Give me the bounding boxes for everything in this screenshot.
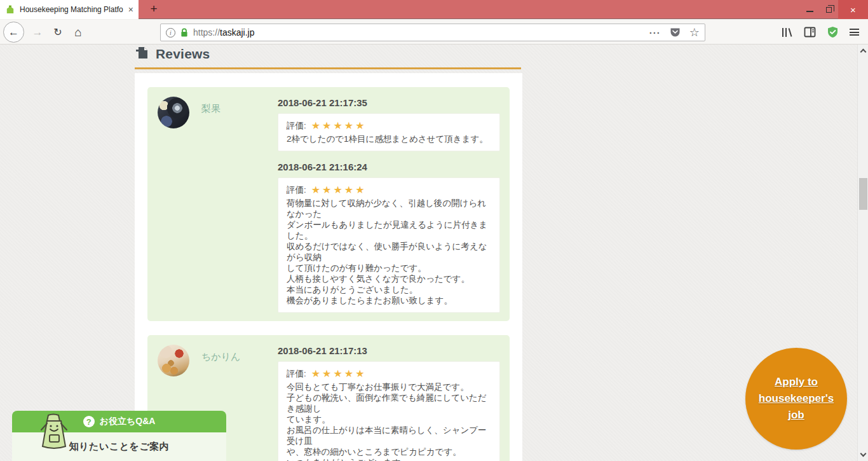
url-protocol: https:// [193, 27, 220, 38]
review-entry: 評価: ★★★★★ 2枠でしたので1枠目に感想まとめさせて頂きます。 [278, 113, 500, 151]
review-date: 2018-06-21 21:16:24 [278, 161, 500, 174]
reviewer-name[interactable]: 梨果 [201, 103, 220, 115]
vertical-scrollbar[interactable] [857, 45, 868, 461]
page-content: Reviews 梨果 2018-06-21 21:17:35 評価: ★★★★★… [0, 45, 868, 461]
toolbar-icons [781, 20, 859, 45]
review-text: 2枠でしたので1枠目に感想まとめさせて頂きます。 [287, 134, 491, 144]
rating-label: 評価: [287, 120, 306, 132]
qa-subtitle: 知りたいことをご案内 [69, 441, 169, 453]
forward-button[interactable]: → [28, 20, 47, 45]
reviewer-name[interactable]: ちかりん [201, 351, 240, 363]
review-text: 荷物量に対して収納が少なく、引越し後の開けられなかった ダンボールもありましたが… [287, 198, 491, 306]
protection-shield-icon[interactable] [827, 26, 839, 38]
reviews-heading-row: Reviews [135, 46, 210, 62]
page-info-icon[interactable]: i [166, 28, 175, 38]
close-window-button[interactable]: × [838, 0, 868, 19]
menu-hamburger-icon[interactable] [850, 27, 859, 38]
apply-button-label: Apply to housekeeper's job [759, 374, 834, 423]
review-date: 2018-06-21 21:17:35 [278, 97, 500, 109]
scroll-up-icon[interactable] [860, 49, 867, 55]
apron-mascot-icon [33, 413, 75, 451]
reviewer-avatar[interactable] [158, 345, 189, 376]
secure-lock-icon[interactable] [180, 28, 189, 38]
scroll-down-icon[interactable] [860, 451, 867, 457]
tab-title: Housekeeping Matching Platfo [20, 5, 124, 14]
site-favicon-icon [5, 4, 15, 15]
url-host: taskaji.jp [220, 27, 254, 38]
page-title: Reviews [156, 46, 210, 62]
qa-helper-widget[interactable]: ? お役立ちQ&A 知りたいことをご案内 [12, 411, 226, 461]
reviews-container: 梨果 2018-06-21 21:17:35 評価: ★★★★★ 2枠でしたので… [135, 73, 522, 461]
review-text: 今回もとても丁寧なお仕事振りで大満足です。 子どもの靴洗い、面倒な作業でも綺麗に… [287, 382, 491, 461]
pocket-icon[interactable] [670, 27, 681, 38]
page-actions-icon[interactable]: ··· [649, 27, 661, 38]
review-date: 2018-06-21 21:17:13 [278, 345, 500, 357]
rating-label: 評価: [287, 368, 306, 380]
bookmark-star-icon[interactable]: ☆ [689, 25, 700, 39]
browser-titlebar: Housekeeping Matching Platfo × + × [0, 0, 868, 19]
url-bar[interactable]: i https://taskaji.jp ··· ☆ [160, 24, 705, 41]
new-tab-button[interactable]: + [145, 0, 163, 19]
star-rating-icon: ★★★★★ [311, 185, 367, 195]
document-icon [135, 46, 149, 62]
question-mark-icon: ? [83, 416, 95, 427]
back-button[interactable]: ← [3, 22, 24, 43]
reload-button[interactable]: ↻ [48, 20, 67, 45]
sidebar-icon[interactable] [804, 27, 816, 38]
url-text[interactable]: https://taskaji.jp [193, 27, 645, 38]
rating-label: 評価: [287, 184, 306, 196]
review-entry: 評価: ★★★★★ 荷物量に対して収納が少なく、引越し後の開けられなかった ダン… [278, 177, 500, 313]
review-card: 梨果 2018-06-21 21:17:35 評価: ★★★★★ 2枠でしたので… [147, 87, 510, 321]
library-icon[interactable] [781, 27, 793, 38]
heading-underline [135, 67, 521, 69]
review-entry: 評価: ★★★★★ 今回もとても丁寧なお仕事振りで大満足です。 子どもの靴洗い、… [278, 361, 500, 461]
browser-tab[interactable]: Housekeeping Matching Platfo × [0, 0, 139, 19]
restore-button[interactable] [819, 0, 838, 19]
tab-close-icon[interactable]: × [128, 5, 133, 14]
minimize-button[interactable] [800, 0, 819, 19]
star-rating-icon: ★★★★★ [311, 369, 367, 379]
browser-toolbar: ← → ↻ ⌂ i https://taskaji.jp ··· ☆ [0, 20, 868, 45]
reviewer-avatar[interactable] [158, 97, 189, 128]
apply-housekeeper-button[interactable]: Apply to housekeeper's job [745, 348, 847, 450]
star-rating-icon: ★★★★★ [311, 121, 367, 131]
home-button[interactable]: ⌂ [69, 20, 88, 45]
window-controls: × [800, 0, 868, 19]
scrollbar-thumb[interactable] [859, 178, 867, 210]
qa-title: お役立ちQ&A [100, 416, 156, 427]
